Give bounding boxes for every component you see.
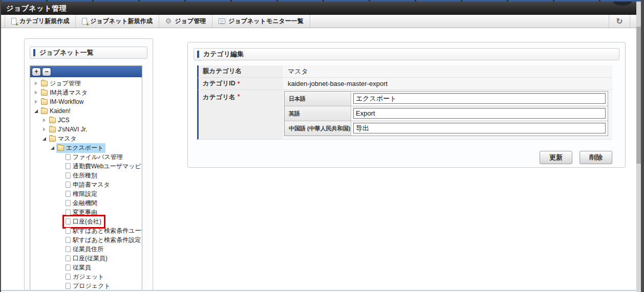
tree-item[interactable]: プロジェクト (32, 281, 142, 290)
job-management-label: ジョブ管理 (175, 17, 206, 26)
category-edit-title: カテゴリ編集 (194, 48, 619, 60)
tree-item[interactable]: 権限設定 (32, 189, 142, 198)
english-input-cell (351, 106, 608, 121)
jobnet-monitor-list-label: ジョブネットモニター一覧 (228, 17, 304, 26)
jobnet-monitor-list-button[interactable]: ジョブネットモニター一覧 (212, 15, 310, 28)
job-management-button[interactable]: ジョブ管理 (159, 15, 212, 28)
create-category-label: カテゴリ新規作成 (19, 17, 69, 26)
expander-icon[interactable] (32, 109, 40, 113)
main-content: ジョブネット一覧 + − ジョブ管理 IM共通マスタ IM-Workflow (1, 29, 636, 290)
chinese-name-input[interactable] (353, 123, 606, 133)
category-id-label: カテゴリID * (197, 78, 283, 90)
japanese-name-input[interactable] (353, 93, 606, 104)
tree-item[interactable]: 住所種別 (32, 171, 142, 180)
new-document-icon (82, 18, 87, 25)
tree-item[interactable]: 通勤費Webユーザマッピン (32, 162, 142, 171)
folder-icon (49, 136, 56, 142)
tree-item[interactable]: 金融機関 (32, 198, 142, 208)
tree-item[interactable]: 駅すぱあと検索条件設定 (32, 235, 142, 244)
tree-item[interactable]: IM共通マスタ (32, 88, 142, 97)
tree-item[interactable]: マスタ (32, 134, 142, 143)
expander-icon[interactable] (32, 81, 40, 85)
expander-icon[interactable] (32, 100, 40, 104)
jobnet-list-title-label: ジョブネット一覧 (39, 48, 94, 57)
folder-icon (49, 118, 56, 123)
category-edit-title-label: カテゴリ編集 (203, 50, 244, 59)
tree-item[interactable]: 従業員住所 (32, 244, 142, 254)
tree-item[interactable]: 従業員 (32, 263, 142, 272)
create-category-button[interactable]: カテゴリ新規作成 (5, 15, 76, 28)
update-button[interactable]: 更新 (540, 151, 572, 164)
tree-item[interactable]: エクスポート (32, 143, 142, 152)
tree-item[interactable]: 申請書マスタ (32, 180, 142, 189)
document-icon (66, 228, 71, 234)
form-buttons-row: 更新 削除 (197, 151, 612, 164)
document-icon (66, 163, 71, 169)
japanese-label: 日本語 (285, 92, 351, 106)
expander-icon[interactable] (40, 118, 48, 122)
toolbar: カテゴリ新規作成 ジョブネット新規作成 ジョブ管理 ジョブネットモニター一覧 (1, 15, 636, 28)
expand-all-button[interactable]: + (32, 68, 40, 76)
refresh-button[interactable] (609, 15, 630, 28)
jobnet-tree-box: + − ジョブ管理 IM共通マスタ IM-Workflow Kaiden! (30, 65, 142, 290)
tree-item[interactable]: 口座(従業員) (32, 254, 142, 263)
create-jobnet-label: ジョブネット新規作成 (90, 17, 153, 26)
category-edit-panel: カテゴリ編集 親カテゴリ名 マスタ カテゴリID * kaiden-jobnet… (187, 42, 626, 168)
document-icon (66, 274, 71, 280)
document-icon (66, 283, 71, 289)
category-edit-form: 親カテゴリ名 マスタ カテゴリID * kaiden-jobnet-base-m… (197, 65, 612, 140)
chinese-label: 中国語 (中華人民共和国) (285, 121, 351, 136)
category-id-row: カテゴリID * kaiden-jobnet-base-master-expor… (197, 78, 612, 90)
vertical-scrollbar-thumb[interactable] (636, 27, 641, 164)
tree-item[interactable]: Kaiden! (32, 106, 142, 116)
document-icon (66, 237, 71, 243)
document-icon (66, 264, 71, 271)
expander-icon[interactable] (40, 127, 48, 131)
folder-icon (41, 108, 48, 114)
tree-toolbar: + − (30, 66, 142, 77)
jobnet-management-window: ジョブネット管理 カテゴリ新規作成 ジョブネット新規作成 ジョブ管理 ジョブネッ… (0, 0, 644, 292)
delete-button[interactable]: 削除 (579, 151, 612, 164)
required-mark: * (238, 80, 240, 87)
document-icon (66, 200, 71, 206)
language-table: 日本語 英語 (284, 91, 608, 136)
monitor-list-icon (219, 18, 225, 24)
category-name-label: カテゴリ名 * (197, 90, 283, 140)
tree-item[interactable]: J'sNAVI Jr. (32, 125, 142, 134)
tree-item[interactable]: 駅すぱあと検索条件ユーザ (32, 226, 142, 235)
document-icon (66, 191, 71, 197)
document-icon (66, 154, 71, 160)
folder-icon (41, 99, 48, 105)
tree-item[interactable]: ファイルパス管理 (32, 152, 142, 162)
expander-icon[interactable] (49, 146, 56, 150)
new-document-icon (11, 18, 16, 25)
japanese-input-cell (351, 92, 608, 106)
english-name-input[interactable] (353, 108, 606, 119)
jobnet-list-panel: ジョブネット一覧 + − ジョブ管理 IM共通マスタ IM-Workflow (24, 38, 153, 290)
parent-category-label: 親カテゴリ名 (197, 65, 283, 78)
title-accent-bar (197, 51, 199, 58)
expander-icon[interactable] (40, 137, 48, 141)
tree-item[interactable]: ジョブ管理 (32, 79, 142, 88)
category-id-value: kaiden-jobnet-base-master-export (283, 78, 612, 90)
collapse-all-button[interactable]: − (42, 68, 51, 76)
bottom-frame-border (1, 290, 636, 291)
toolbar-spacer (310, 15, 609, 28)
tree-item[interactable]: ガジェット (32, 272, 142, 281)
japanese-row: 日本語 (285, 92, 608, 106)
category-name-row: カテゴリ名 * 日本語 英語 (197, 90, 612, 140)
chinese-input-cell (351, 121, 608, 136)
page-title: ジョブネット管理 (1, 2, 636, 15)
tree-item[interactable]: 変更事由 (32, 208, 142, 217)
tree-item[interactable]: 口座(会社) (32, 217, 142, 226)
jobnet-tree: ジョブ管理 IM共通マスタ IM-Workflow Kaiden! JCS J'… (30, 77, 142, 290)
create-jobnet-button[interactable]: ジョブネット新規作成 (76, 15, 159, 28)
tree-item[interactable]: JCS (32, 116, 142, 125)
expander-icon[interactable] (32, 91, 40, 95)
chinese-row: 中国語 (中華人民共和国) (285, 121, 608, 136)
document-icon (66, 246, 71, 252)
jobnet-list-title: ジョブネット一覧 (30, 47, 147, 59)
category-name-languages: 日本語 英語 (283, 90, 612, 140)
tree-item[interactable]: IM-Workflow (32, 97, 142, 106)
refresh-icon (616, 16, 622, 26)
